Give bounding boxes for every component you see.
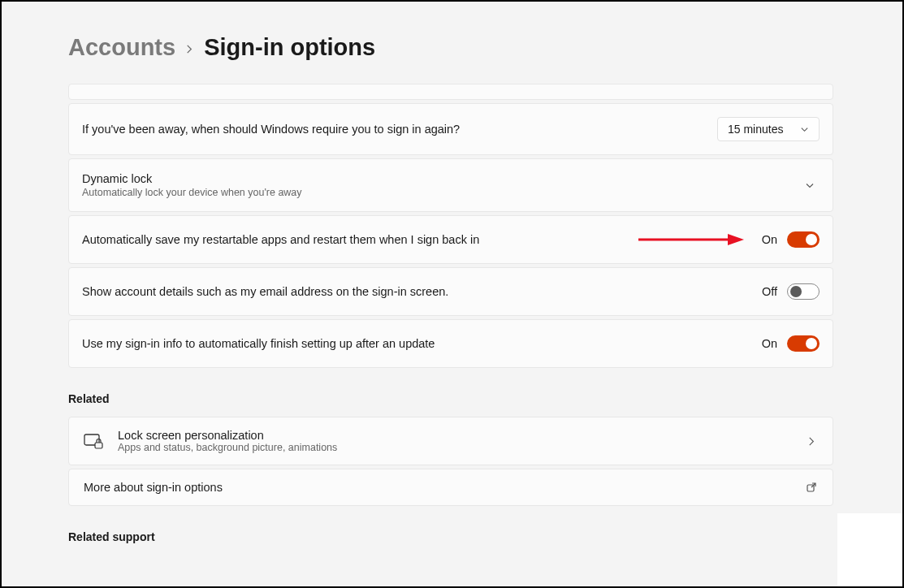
svg-marker-1 [728,234,744,245]
chevron-down-icon [799,124,809,134]
section-heading-related: Related [68,392,833,405]
use-signin-after-update-toggle[interactable] [787,335,820,352]
breadcrumb: Accounts Sign-in options [68,34,833,61]
svg-rect-3 [95,443,102,448]
link-title: More about sign-in options [84,481,805,494]
toggle-state-label: Off [762,285,777,298]
callout-arrow-icon [638,231,744,248]
external-link-icon [805,482,818,493]
settings-card-stub [68,84,833,100]
setting-use-signin-after-update: Use my sign-in info to automatically fin… [68,319,833,368]
setting-restartable-apps: Automatically save my restartable apps a… [68,215,833,264]
monitor-lock-icon [84,432,103,450]
toggle-state-label: On [762,337,777,350]
setting-subtitle: Automatically lock your device when you'… [82,187,805,198]
breadcrumb-parent[interactable]: Accounts [68,34,175,61]
overlay-block [837,513,902,586]
setting-title: Dynamic lock [82,172,805,185]
require-signin-dropdown[interactable]: 15 minutes [717,117,820,141]
show-account-details-toggle[interactable] [787,283,820,300]
setting-dynamic-lock[interactable]: Dynamic lock Automatically lock your dev… [68,158,833,212]
setting-label: Automatically save my restartable apps a… [82,233,638,246]
setting-label: Use my sign-in info to automatically fin… [82,337,762,350]
related-more-about[interactable]: More about sign-in options [68,469,833,506]
link-subtitle: Apps and status, background picture, ani… [118,442,805,453]
setting-require-signin: If you've been away, when should Windows… [68,103,833,155]
chevron-right-icon [185,41,194,58]
dropdown-value: 15 minutes [728,123,783,136]
setting-show-account-details: Show account details such as my email ad… [68,267,833,316]
link-title: Lock screen personalization [118,429,805,442]
page-title: Sign-in options [204,34,375,61]
section-heading-related-support: Related support [68,530,833,543]
setting-label: Show account details such as my email ad… [82,285,762,298]
related-lock-screen[interactable]: Lock screen personalization Apps and sta… [68,417,833,465]
chevron-down-icon [805,180,815,190]
toggle-state-label: On [762,233,777,246]
setting-label: If you've been away, when should Windows… [82,123,717,136]
restartable-apps-toggle[interactable] [787,231,820,248]
chevron-right-icon [805,437,818,446]
